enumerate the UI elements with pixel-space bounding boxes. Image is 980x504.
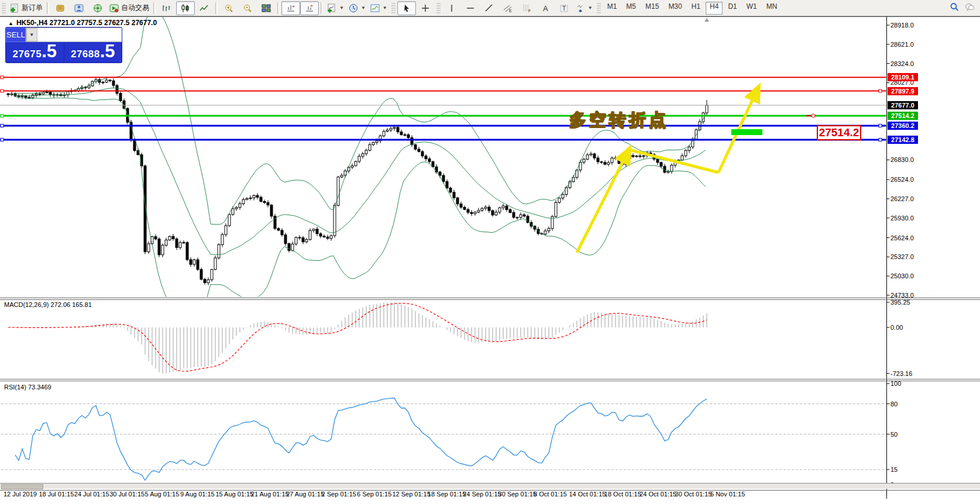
crosshair-button[interactable] <box>416 1 435 15</box>
chart-shift-button[interactable] <box>281 1 300 15</box>
toolbar-grip[interactable] <box>597 3 601 13</box>
macd-indicator-label: MACD(12,26,9) 272.06 165.81 <box>4 301 92 308</box>
y-axis-tick-label: 25624.0 <box>890 234 914 241</box>
search-icon[interactable] <box>950 2 959 13</box>
chart-line-button[interactable] <box>195 1 214 15</box>
new-order-button-label: 新订单 <box>22 3 43 13</box>
profile-button[interactable] <box>70 1 88 15</box>
y-axis-tick-label: 28324.0 <box>890 60 914 67</box>
svg-text:E: E <box>509 9 512 13</box>
autotrade-icon <box>109 4 119 13</box>
chart-annotation-text[interactable]: 多空转折点 <box>569 109 669 132</box>
toolbar-separator <box>47 2 49 14</box>
rsi-axis-label: 80 <box>890 401 898 408</box>
zoom-out-button[interactable] <box>238 1 257 15</box>
x-axis-date-label: 30 Sep 01:15 <box>498 491 537 498</box>
level-price-tag: 28109.1 <box>888 73 918 81</box>
dropdown-arrow-icon[interactable]: ▼ <box>588 5 593 11</box>
price-chart-canvas[interactable] <box>0 16 980 499</box>
x-axis-date-label: 30 Jul 01:15 <box>109 491 145 498</box>
profile-icon <box>74 4 84 13</box>
macd-axis-label: -723.16 <box>890 370 912 377</box>
main-toolbar: 新订单自动交易▼▼▼EFAT▼M1M5M15M30H1H4D1W1MN <box>0 0 980 16</box>
text-a-icon: A <box>541 4 550 13</box>
toolbar-separator <box>321 2 323 14</box>
y-axis-tick-label: 24733.0 <box>890 292 914 299</box>
signals-button[interactable] <box>88 1 107 15</box>
x-axis-date-label: 24 Oct 01:15 <box>639 491 676 498</box>
yellow-arrow-up-1[interactable] <box>577 150 629 253</box>
dropdown-arrow-icon[interactable]: ▼ <box>339 5 344 11</box>
toolbar-grip[interactable] <box>2 3 6 13</box>
text-label-button[interactable]: T <box>555 1 573 15</box>
timeframe-m5[interactable]: M5 <box>622 2 640 15</box>
timeframe-mn[interactable]: MN <box>762 2 782 15</box>
cursor-icon <box>402 4 411 13</box>
y-axis-tick-label: 28918.0 <box>890 22 914 29</box>
chart-window[interactable]: ▲HK50-,H4 27721.0 27757.5 27627.5 27677.… <box>0 16 980 499</box>
fibo-icon: F <box>522 4 531 13</box>
x-axis-date-label: 18 Jul 01:15 <box>39 491 74 498</box>
timeframe-h4[interactable]: H4 <box>706 2 723 15</box>
autotrade-button[interactable]: 自动交易 <box>107 1 152 15</box>
period-icon <box>349 4 358 13</box>
dropdown-arrow-icon[interactable]: ▼ <box>383 5 387 11</box>
volume-decrease-button[interactable]: ▼ <box>26 28 37 42</box>
auto-scroll-icon <box>305 4 314 13</box>
timeframe-m15[interactable]: M15 <box>641 2 663 15</box>
tile-windows-button[interactable] <box>257 1 276 15</box>
sell-price[interactable]: 27675.5 <box>6 42 64 63</box>
search-icon <box>950 2 959 12</box>
vertical-line-button[interactable] <box>442 1 461 15</box>
templates-button[interactable]: ▼ <box>368 1 390 15</box>
arrows-button[interactable]: ▼ <box>573 1 595 15</box>
rsi-line <box>15 398 707 481</box>
dropdown-arrow-icon[interactable]: ▼ <box>361 5 366 11</box>
timeframe-d1[interactable]: D1 <box>724 2 741 15</box>
volume-input[interactable] <box>37 28 122 42</box>
new-chart-icon <box>327 4 336 13</box>
timeframe-h1[interactable]: H1 <box>687 2 704 15</box>
macd-axis-label: 0.00 <box>890 324 903 331</box>
timeframe-w1[interactable]: W1 <box>742 2 761 15</box>
new-order-icon <box>10 4 19 13</box>
level-price-tag: 27897.9 <box>888 87 918 95</box>
y-axis-tick-label: 26227.0 <box>890 195 914 202</box>
chart-bars-button[interactable] <box>157 1 176 15</box>
svg-text:A: A <box>543 4 548 13</box>
rsi-axis-label: 15 <box>890 466 898 473</box>
auto-scroll-button[interactable] <box>300 1 319 15</box>
trendline-button[interactable] <box>480 1 498 15</box>
autotrade-button-label: 自动交易 <box>121 3 149 13</box>
channel-button[interactable]: E <box>498 1 517 15</box>
zoom-out-icon <box>243 4 252 13</box>
scrollbar-thumb[interactable] <box>1 484 43 489</box>
zoom-in-button[interactable] <box>219 1 238 15</box>
cursor-button[interactable] <box>397 1 416 15</box>
chart-candles-button[interactable] <box>176 1 195 15</box>
sell-button[interactable]: SELL <box>6 27 26 42</box>
x-axis-date-label: 12 Sep 01:15 <box>392 491 430 498</box>
timeframe-m30[interactable]: M30 <box>664 2 686 15</box>
horizontal-scrollbar[interactable] <box>0 483 980 489</box>
price-callout-label[interactable]: 27514.2 <box>817 125 861 140</box>
green-highlight-rectangle[interactable] <box>731 129 762 135</box>
text-button[interactable]: A <box>536 1 555 15</box>
x-axis-date-label: 27 Aug 01:15 <box>286 491 324 498</box>
buy-price[interactable]: 27688.5 <box>64 42 122 63</box>
macd-panel <box>8 302 707 374</box>
periods-button[interactable]: ▼ <box>346 1 368 15</box>
chat-icon[interactable] <box>965 2 974 13</box>
timeframe-m1[interactable]: M1 <box>603 2 621 15</box>
new-order-button[interactable]: 新订单 <box>8 1 45 15</box>
toolbar-grip[interactable] <box>391 3 396 13</box>
yellow-trend-segment[interactable] <box>629 150 718 172</box>
new-chart-button[interactable]: ▼ <box>325 1 346 15</box>
market-watch-button[interactable] <box>51 1 70 15</box>
chart-bars-icon <box>162 4 171 13</box>
x-axis-date-label: 24 Jul 01:15 <box>74 491 109 498</box>
fibonacci-button[interactable]: F <box>517 1 536 15</box>
x-axis-date-label: 12 Jul 2019 <box>4 491 37 498</box>
toolbar-grip[interactable] <box>436 3 441 13</box>
horizontal-line-button[interactable] <box>461 1 480 15</box>
